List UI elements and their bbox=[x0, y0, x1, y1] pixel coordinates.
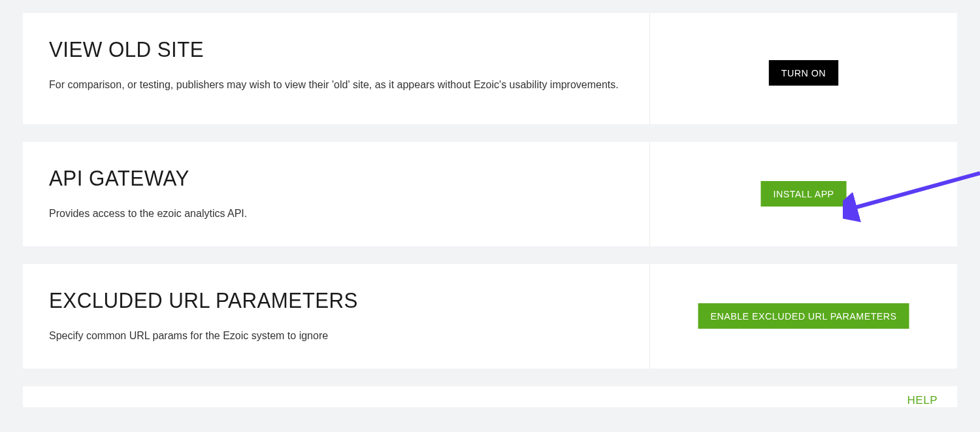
card-content: API GATEWAY Provides access to the ezoic… bbox=[23, 142, 650, 246]
install-app-button[interactable]: INSTALL APP bbox=[760, 181, 846, 207]
card-action-area: INSTALL APP bbox=[650, 142, 957, 246]
card-action-area: ENABLE EXCLUDED URL PARAMETERS bbox=[650, 264, 957, 369]
card-content: VIEW OLD SITE For comparison, or testing… bbox=[23, 13, 650, 124]
help-link[interactable]: HELP bbox=[907, 394, 938, 407]
card-description: Provides access to the ezoic analytics A… bbox=[49, 205, 623, 222]
turn-on-button[interactable]: TURN ON bbox=[769, 60, 838, 86]
card-content: EXCLUDED URL PARAMETERS Specify common U… bbox=[23, 264, 650, 369]
card-description: Specify common URL params for the Ezoic … bbox=[49, 327, 623, 344]
card-action-area: TURN ON bbox=[650, 13, 957, 124]
card-view-old-site: VIEW OLD SITE For comparison, or testing… bbox=[23, 13, 957, 124]
card-title: VIEW OLD SITE bbox=[49, 37, 578, 62]
settings-cards-container: VIEW OLD SITE For comparison, or testing… bbox=[0, 0, 980, 407]
card-title: API GATEWAY bbox=[49, 165, 578, 191]
card-title: EXCLUDED URL PARAMETERS bbox=[49, 288, 578, 313]
card-description: For comparison, or testing, publishers m… bbox=[49, 76, 623, 93]
help-bar: HELP bbox=[23, 386, 957, 407]
card-excluded-url-parameters: EXCLUDED URL PARAMETERS Specify common U… bbox=[23, 264, 957, 369]
enable-excluded-url-parameters-button[interactable]: ENABLE EXCLUDED URL PARAMETERS bbox=[698, 303, 909, 329]
card-api-gateway: API GATEWAY Provides access to the ezoic… bbox=[23, 142, 957, 246]
